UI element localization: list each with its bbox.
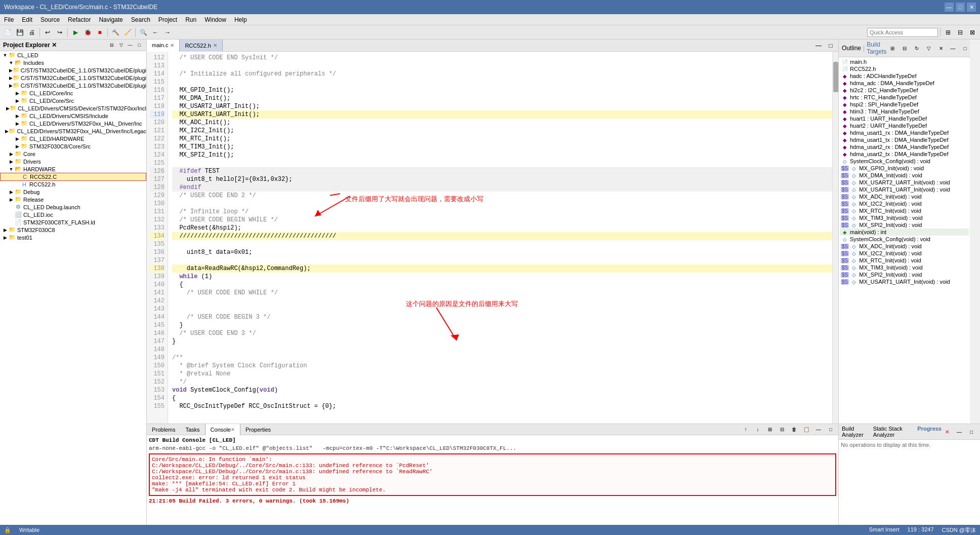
outline-htim3[interactable]: ◆ htim3 : TIM_HandleTypeDef (840, 108, 969, 115)
outline-filter[interactable]: ▽ (923, 43, 934, 54)
outline-mx-usart12[interactable]: $S ◇ MX_USART1_UART_Init(void) : void (840, 278, 969, 285)
scroll-thumb[interactable] (833, 62, 838, 92)
outline-mx-tim32[interactable]: $S ◇ MX_TIM3_Init(void) : void (840, 264, 969, 271)
outline-mx-dma[interactable]: $S ◇ MX_DMA_Init(void) : void (840, 172, 969, 179)
close-button[interactable]: ✕ (967, 3, 976, 12)
tree-hal-inc[interactable]: ▶ 📁 CL_LED/Drivers/STM32F0xx_HAL_Driver/… (0, 120, 146, 127)
outline-hdma-usart1-tx[interactable]: ◆ hdma_usart1_tx : DMA_HandleTypeDef (840, 136, 969, 143)
tab-build-analyzer[interactable]: Build Analyzer (842, 426, 869, 438)
outline-hspi2[interactable]: ◆ hspi2 : SPI_HandleTypeDef (840, 101, 969, 108)
tab-rcc522h[interactable]: RCC522.h ✕ (180, 40, 222, 52)
tree-includes[interactable]: ▼ 📂 Includes (0, 59, 146, 66)
tb-perspective2[interactable]: ⊟ (955, 27, 966, 38)
tree-test01[interactable]: ▶ 📁 test01 (0, 234, 146, 241)
tb-build[interactable]: 🔨 (110, 27, 121, 38)
tb-back[interactable]: ← (150, 27, 161, 38)
tb-perspective3[interactable]: ⊠ (967, 27, 978, 38)
tree-core-src[interactable]: ▶ 📁 CL_LED/Core/Src (0, 97, 146, 104)
progress-max[interactable]: □ (966, 426, 977, 437)
outline-max[interactable]: □ (960, 43, 970, 54)
outline-huart2[interactable]: ◆ huart2 : UART_HandleTypeDef (840, 122, 969, 129)
outline-mx-rtc[interactable]: $S ◇ MX_RTC_Init(void) : void (840, 207, 969, 214)
tab-tasks[interactable]: Tasks (180, 424, 205, 435)
tb-undo[interactable]: ↩ (42, 27, 53, 38)
outline-hrtc[interactable]: ◆ hrtc : RTC_HandleTypeDef (840, 94, 969, 101)
editor-scrollbar[interactable] (832, 52, 838, 424)
bt-copy[interactable]: 📋 (801, 424, 812, 435)
tab-properties[interactable]: Properties (240, 424, 276, 435)
outline-hdma-usart2-tx[interactable]: ◆ hdma_usart2_tx : DMA_HandleTypeDef (840, 150, 969, 158)
tb-clean[interactable]: 🧹 (122, 27, 133, 38)
tree-debug[interactable]: ▶ 📁 Debug (0, 188, 146, 196)
outline-hdma-usart2-rx[interactable]: ◆ hdma_usart2_rx : DMA_HandleTypeDef (840, 143, 969, 150)
tree-stm-core[interactable]: ▶ 📁 STM32F030C8/Core/Src (0, 142, 146, 150)
tree-core-inc[interactable]: ▶ 📁 CL_LED/Core/Inc (0, 89, 146, 97)
pe-minimize[interactable]: — (126, 41, 134, 49)
menu-search[interactable]: Search (127, 14, 154, 25)
tab-main-c-close[interactable]: ✕ (170, 43, 174, 48)
build-targets-title[interactable]: Build Targets (867, 41, 886, 55)
outline-main-h[interactable]: 📄 main.h (840, 58, 969, 65)
outline-sysclock2[interactable]: ◇ SystemClock_Config(void) : void (840, 236, 969, 243)
bt-action2[interactable]: ↓ (752, 424, 763, 435)
pe-collapse[interactable]: ⊟ (108, 41, 116, 49)
tree-hal-legac[interactable]: ▶ 📁 CL_LED/Drivers/STM32F0xx_HAL_Driver/… (0, 127, 146, 135)
menu-source[interactable]: Source (36, 14, 64, 25)
menu-refactor[interactable]: Refactor (64, 14, 95, 25)
outline-mx-rtc2[interactable]: $S ◇ MX_RTC_Init(void) : void (840, 257, 969, 264)
minimize-button[interactable]: — (945, 3, 954, 12)
outline-hi2c2[interactable]: ◆ hi2c2 : I2C_HandleTypeDef (840, 87, 969, 94)
tree-rcc522c[interactable]: C RCC522.C ← (0, 173, 146, 181)
tab-static-stack[interactable]: Static Stack Analyzer (873, 426, 914, 438)
tree-ioc[interactable]: ⬜ CL_LED.ioc (0, 211, 146, 218)
menu-file[interactable]: File (0, 14, 18, 25)
tree-core[interactable]: ▶ 📁 Core (0, 150, 146, 158)
outline-hdma-usart1-rx[interactable]: ◆ hdma_usart1_rx : DMA_HandleTypeDef (840, 129, 969, 136)
tree-launch[interactable]: ⚙ CL_LED Debug.launch (0, 203, 146, 211)
bt-clear[interactable]: 🗑 (789, 424, 800, 435)
bt-maximize[interactable]: □ (825, 424, 836, 435)
progress-stop[interactable]: ✕ (942, 426, 953, 437)
menu-help[interactable]: Help (230, 14, 251, 25)
pe-maximize[interactable]: □ (135, 41, 143, 49)
outline-mx-usart1[interactable]: $S ◇ MX_USART1_UART_Init(void) : void (840, 186, 969, 193)
tb-print[interactable]: 🖨 (26, 27, 37, 38)
outline-mx-i2c22[interactable]: $S ◇ MX_I2C2_Init(void) : void (840, 250, 969, 257)
tree-inc2[interactable]: ▶ 📁 C/ST/STM32CubeIDE_1.1.0/STM32CubeIDE… (0, 74, 146, 82)
tree-stm32proj[interactable]: ▶ 📁 STM32F030C8 (0, 226, 146, 234)
outline-hdma-adc[interactable]: ◆ hdma_adc : DMA_HandleTypeDef (840, 80, 969, 87)
tree-drivers[interactable]: ▶ 📁 Drivers (0, 158, 146, 165)
outline-action2[interactable]: ⊟ (899, 43, 910, 54)
outline-mx-adc[interactable]: $S ◇ MX_ADC_Init(void) : void (840, 193, 969, 200)
outline-mx-spi22[interactable]: $S ◇ MX_SPI2_Init(void) : void (840, 271, 969, 278)
outline-main-fn[interactable]: ◈ main(void) : int (840, 228, 969, 236)
tree-cmsis-dev[interactable]: ▶ 📁 CL_LED/Drivers/CMSIS/Device/ST/STM32… (0, 104, 146, 112)
outline-rcc522h[interactable]: 📄 RCC522.h (840, 65, 969, 72)
tree-hardware[interactable]: ▶ 📁 CL_LED/HARDWARE (0, 135, 146, 142)
pe-menu[interactable]: ▽ (117, 41, 125, 49)
bt-action1[interactable]: ↑ (740, 424, 751, 435)
outline-mx-adc2[interactable]: $S ◇ MX_ADC_Init(void) : void (840, 243, 969, 250)
tree-ld[interactable]: 📄 STM32F030C8TX_FLASH.ld (0, 218, 146, 226)
bt-action4[interactable]: ⊟ (777, 424, 788, 435)
menu-run[interactable]: Run (181, 14, 200, 25)
menu-window[interactable]: Window (200, 14, 230, 25)
tb-search[interactable]: 🔍 (138, 27, 149, 38)
tab-main-c[interactable]: main.c ✕ (147, 40, 180, 52)
menu-project[interactable]: Project (154, 14, 181, 25)
tab-rcc522h-close[interactable]: ✕ (213, 43, 217, 48)
tree-release[interactable]: ▶ 📁 Release (0, 196, 146, 203)
quick-access-input[interactable] (867, 28, 938, 37)
tab-problems[interactable]: Problems (147, 424, 180, 435)
progress-min[interactable]: — (954, 426, 965, 437)
menu-navigate[interactable]: Navigate (95, 14, 127, 25)
tb-run[interactable]: ▶ (70, 27, 81, 38)
outline-min[interactable]: — (948, 43, 959, 54)
bt-minimize[interactable]: — (813, 424, 824, 435)
outline-mx-tim3[interactable]: $S ◇ MX_TIM3_Init(void) : void (840, 214, 969, 221)
tb-forward[interactable]: → (162, 27, 173, 38)
code-content[interactable]: /* USER CODE END SysInit */ /* Initializ… (168, 52, 838, 424)
tb-new[interactable]: 📄 (2, 27, 13, 38)
tab-minimize[interactable]: — (813, 40, 824, 51)
outline-sync[interactable]: ↻ (911, 43, 922, 54)
